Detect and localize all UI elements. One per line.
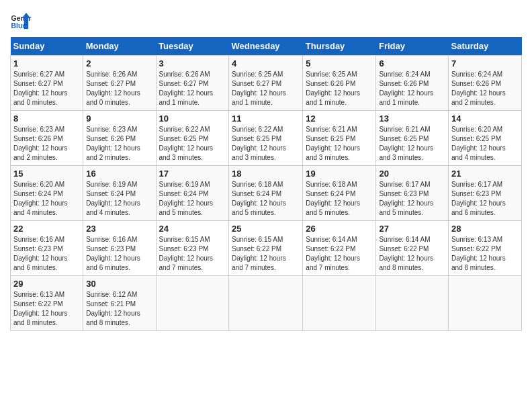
day-info: Sunrise: 6:20 AM Sunset: 6:24 PM Dayligh… xyxy=(13,180,80,218)
day-number: 15 xyxy=(13,169,80,179)
calendar-day-cell xyxy=(449,276,522,331)
calendar-day-cell: 10Sunrise: 6:22 AM Sunset: 6:25 PM Dayli… xyxy=(156,111,229,166)
day-number: 18 xyxy=(232,169,300,179)
calendar-table: SundayMondayTuesdayWednesdayThursdayFrid… xyxy=(10,37,522,331)
day-number: 30 xyxy=(86,279,152,289)
calendar-day-cell: 5Sunrise: 6:25 AM Sunset: 6:26 PM Daylig… xyxy=(303,56,376,111)
calendar-day-cell: 18Sunrise: 6:18 AM Sunset: 6:24 PM Dayli… xyxy=(229,166,303,221)
calendar-day-cell: 1Sunrise: 6:27 AM Sunset: 6:27 PM Daylig… xyxy=(11,56,83,111)
calendar-week-row: 29Sunrise: 6:13 AM Sunset: 6:22 PM Dayli… xyxy=(11,276,522,331)
day-number: 13 xyxy=(379,113,445,124)
day-number: 8 xyxy=(13,113,80,124)
calendar-day-cell: 4Sunrise: 6:25 AM Sunset: 6:27 PM Daylig… xyxy=(229,56,303,111)
day-number: 12 xyxy=(306,113,373,124)
calendar-week-row: 22Sunrise: 6:16 AM Sunset: 6:23 PM Dayli… xyxy=(11,221,522,276)
calendar-day-cell xyxy=(229,276,303,331)
day-info: Sunrise: 6:22 AM Sunset: 6:25 PM Dayligh… xyxy=(159,125,226,163)
day-number: 29 xyxy=(13,279,80,289)
calendar-day-cell: 22Sunrise: 6:16 AM Sunset: 6:23 PM Dayli… xyxy=(11,221,83,276)
day-number: 2 xyxy=(86,58,152,68)
day-info: Sunrise: 6:16 AM Sunset: 6:23 PM Dayligh… xyxy=(13,235,80,273)
calendar-day-cell: 13Sunrise: 6:21 AM Sunset: 6:25 PM Dayli… xyxy=(376,111,449,166)
day-info: Sunrise: 6:25 AM Sunset: 6:27 PM Dayligh… xyxy=(232,70,300,107)
day-number: 26 xyxy=(306,224,373,234)
day-number: 25 xyxy=(232,224,300,234)
day-number: 11 xyxy=(232,113,300,124)
calendar-day-cell: 15Sunrise: 6:20 AM Sunset: 6:24 PM Dayli… xyxy=(11,166,83,221)
calendar-day-cell: 28Sunrise: 6:13 AM Sunset: 6:22 PM Dayli… xyxy=(449,221,522,276)
logo: General Blue xyxy=(10,10,34,32)
calendar-day-cell: 17Sunrise: 6:19 AM Sunset: 6:24 PM Dayli… xyxy=(156,166,229,221)
day-info: Sunrise: 6:12 AM Sunset: 6:21 PM Dayligh… xyxy=(86,290,152,328)
header-friday: Friday xyxy=(376,37,449,56)
header-sunday: Sunday xyxy=(11,37,83,56)
day-info: Sunrise: 6:15 AM Sunset: 6:23 PM Dayligh… xyxy=(159,235,226,273)
day-info: Sunrise: 6:26 AM Sunset: 6:27 PM Dayligh… xyxy=(86,70,152,107)
day-number: 10 xyxy=(159,113,226,124)
calendar-day-cell: 9Sunrise: 6:23 AM Sunset: 6:26 PM Daylig… xyxy=(83,111,156,166)
day-info: Sunrise: 6:19 AM Sunset: 6:24 PM Dayligh… xyxy=(159,180,226,218)
calendar-day-cell: 23Sunrise: 6:16 AM Sunset: 6:23 PM Dayli… xyxy=(83,221,156,276)
day-info: Sunrise: 6:18 AM Sunset: 6:24 PM Dayligh… xyxy=(232,180,300,218)
calendar-day-cell: 26Sunrise: 6:14 AM Sunset: 6:22 PM Dayli… xyxy=(303,221,376,276)
day-number: 9 xyxy=(86,113,152,124)
day-number: 14 xyxy=(451,113,519,124)
day-info: Sunrise: 6:21 AM Sunset: 6:25 PM Dayligh… xyxy=(306,125,373,163)
day-info: Sunrise: 6:15 AM Sunset: 6:22 PM Dayligh… xyxy=(232,235,300,273)
page-header: General Blue xyxy=(10,10,522,32)
day-info: Sunrise: 6:19 AM Sunset: 6:24 PM Dayligh… xyxy=(86,180,152,218)
day-number: 16 xyxy=(86,169,152,179)
day-info: Sunrise: 6:21 AM Sunset: 6:25 PM Dayligh… xyxy=(379,125,445,163)
day-number: 27 xyxy=(379,224,445,234)
logo-icon: General Blue xyxy=(10,10,32,32)
header-monday: Monday xyxy=(83,37,156,56)
calendar-day-cell: 19Sunrise: 6:18 AM Sunset: 6:24 PM Dayli… xyxy=(303,166,376,221)
day-info: Sunrise: 6:14 AM Sunset: 6:22 PM Dayligh… xyxy=(379,235,445,273)
day-info: Sunrise: 6:25 AM Sunset: 6:26 PM Dayligh… xyxy=(306,70,373,107)
day-info: Sunrise: 6:17 AM Sunset: 6:23 PM Dayligh… xyxy=(451,180,519,218)
calendar-week-row: 1Sunrise: 6:27 AM Sunset: 6:27 PM Daylig… xyxy=(11,56,522,111)
calendar-day-cell: 27Sunrise: 6:14 AM Sunset: 6:22 PM Dayli… xyxy=(376,221,449,276)
header-thursday: Thursday xyxy=(303,37,376,56)
calendar-day-cell: 20Sunrise: 6:17 AM Sunset: 6:23 PM Dayli… xyxy=(376,166,449,221)
calendar-day-cell: 7Sunrise: 6:24 AM Sunset: 6:26 PM Daylig… xyxy=(449,56,522,111)
day-info: Sunrise: 6:23 AM Sunset: 6:26 PM Dayligh… xyxy=(86,125,152,163)
day-info: Sunrise: 6:20 AM Sunset: 6:25 PM Dayligh… xyxy=(451,125,519,163)
day-info: Sunrise: 6:16 AM Sunset: 6:23 PM Dayligh… xyxy=(86,235,152,273)
day-info: Sunrise: 6:26 AM Sunset: 6:27 PM Dayligh… xyxy=(159,70,226,107)
calendar-week-row: 15Sunrise: 6:20 AM Sunset: 6:24 PM Dayli… xyxy=(11,166,522,221)
day-info: Sunrise: 6:27 AM Sunset: 6:27 PM Dayligh… xyxy=(13,70,80,107)
header-tuesday: Tuesday xyxy=(156,37,229,56)
day-number: 1 xyxy=(13,58,80,68)
calendar-week-row: 8Sunrise: 6:23 AM Sunset: 6:26 PM Daylig… xyxy=(11,111,522,166)
day-info: Sunrise: 6:18 AM Sunset: 6:24 PM Dayligh… xyxy=(306,180,373,218)
day-info: Sunrise: 6:23 AM Sunset: 6:26 PM Dayligh… xyxy=(13,125,80,163)
day-number: 4 xyxy=(232,58,300,68)
calendar-day-cell: 6Sunrise: 6:24 AM Sunset: 6:26 PM Daylig… xyxy=(376,56,449,111)
calendar-day-cell: 2Sunrise: 6:26 AM Sunset: 6:27 PM Daylig… xyxy=(83,56,156,111)
calendar-day-cell: 21Sunrise: 6:17 AM Sunset: 6:23 PM Dayli… xyxy=(449,166,522,221)
day-info: Sunrise: 6:13 AM Sunset: 6:22 PM Dayligh… xyxy=(451,235,519,273)
day-info: Sunrise: 6:17 AM Sunset: 6:23 PM Dayligh… xyxy=(379,180,445,218)
day-info: Sunrise: 6:24 AM Sunset: 6:26 PM Dayligh… xyxy=(451,70,519,107)
calendar-body: 1Sunrise: 6:27 AM Sunset: 6:27 PM Daylig… xyxy=(11,56,522,331)
calendar-header-row: SundayMondayTuesdayWednesdayThursdayFrid… xyxy=(11,37,522,56)
day-number: 24 xyxy=(159,224,226,234)
calendar-day-cell xyxy=(376,276,449,331)
day-number: 21 xyxy=(451,169,519,179)
day-info: Sunrise: 6:24 AM Sunset: 6:26 PM Dayligh… xyxy=(379,70,445,107)
calendar-day-cell xyxy=(156,276,229,331)
day-number: 23 xyxy=(86,224,152,234)
day-number: 20 xyxy=(379,169,445,179)
calendar-day-cell: 30Sunrise: 6:12 AM Sunset: 6:21 PM Dayli… xyxy=(83,276,156,331)
calendar-day-cell: 29Sunrise: 6:13 AM Sunset: 6:22 PM Dayli… xyxy=(11,276,83,331)
header-saturday: Saturday xyxy=(449,37,522,56)
day-number: 17 xyxy=(159,169,226,179)
calendar-day-cell: 11Sunrise: 6:22 AM Sunset: 6:25 PM Dayli… xyxy=(229,111,303,166)
day-info: Sunrise: 6:22 AM Sunset: 6:25 PM Dayligh… xyxy=(232,125,300,163)
calendar-day-cell: 14Sunrise: 6:20 AM Sunset: 6:25 PM Dayli… xyxy=(449,111,522,166)
calendar-day-cell xyxy=(303,276,376,331)
day-number: 22 xyxy=(13,224,80,234)
day-number: 3 xyxy=(159,58,226,68)
day-number: 6 xyxy=(379,58,445,68)
